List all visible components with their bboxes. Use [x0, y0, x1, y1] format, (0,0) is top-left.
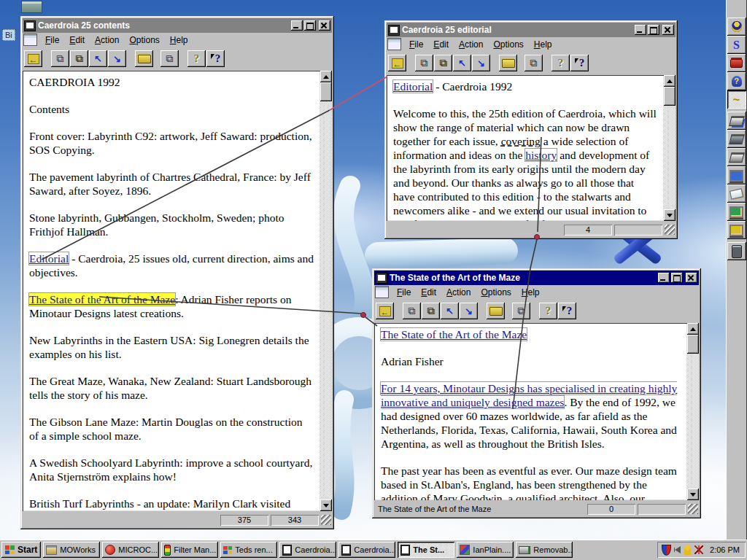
menu-help[interactable]: Help: [529, 39, 557, 50]
open-folder-button[interactable]: [135, 50, 153, 67]
link-jump-forward-button[interactable]: ↘: [460, 303, 478, 319]
link-jump-back-button[interactable]: ↖: [453, 55, 471, 71]
scroll-up-button[interactable]: [320, 71, 332, 82]
clock[interactable]: 2:06 PM: [707, 545, 740, 554]
menu-help[interactable]: Help: [165, 34, 193, 46]
scroll-track[interactable]: [320, 82, 332, 499]
agent-icon[interactable]: [684, 545, 691, 555]
vertical-scrollbar[interactable]: [320, 71, 332, 511]
copy-pages-button[interactable]: ⧉: [525, 55, 543, 71]
back-exit-button[interactable]: ←: [24, 50, 42, 67]
help-button[interactable]: ?: [187, 50, 206, 67]
toolbox-icon[interactable]: [727, 54, 746, 72]
back-exit-button[interactable]: ←: [376, 303, 394, 319]
menu-file[interactable]: File: [392, 287, 416, 298]
context-help-button[interactable]: ?: [570, 55, 589, 71]
taskbar-button-caerdroia-[interactable]: Caerdroia...: [338, 542, 395, 558]
helper-person-icon[interactable]: ?: [727, 72, 746, 90]
menu-help[interactable]: Help: [516, 287, 545, 298]
link-jump-forward-button[interactable]: ↘: [108, 50, 126, 67]
copy-document-button[interactable]: ⧉: [403, 303, 421, 319]
titlebar[interactable]: The State of the Art of the Maze: [374, 271, 699, 285]
hyperlink[interactable]: The State of the Art of the Maze: [381, 328, 527, 341]
taskbar-button-removab-[interactable]: Removab...: [516, 542, 573, 558]
hyperlink[interactable]: The State of the Art of the Maze: [29, 293, 175, 306]
scroll-track[interactable]: [687, 335, 699, 489]
maximize-button[interactable]: [648, 25, 659, 35]
menu-edit[interactable]: Edit: [428, 39, 454, 50]
copy-pages-button[interactable]: ⧉: [512, 303, 530, 319]
link-jump-forward-button[interactable]: ↘: [472, 55, 490, 71]
taskbar-button-filter-man-[interactable]: Filter Man...: [161, 542, 218, 558]
maximize-button[interactable]: [304, 20, 316, 31]
minimize-button[interactable]: [658, 273, 670, 283]
close-button[interactable]: [686, 273, 697, 283]
menu-file[interactable]: File: [404, 39, 428, 50]
help-button[interactable]: ?: [551, 55, 570, 71]
replace-document-button[interactable]: ⧉: [422, 303, 440, 319]
taskbar-button-the-st-[interactable]: The St...: [398, 542, 454, 558]
close-button[interactable]: [662, 25, 674, 35]
scroll-down-button[interactable]: [687, 489, 699, 500]
start-button[interactable]: Start: [1, 542, 41, 558]
titlebar[interactable]: Caerdroia 25 contents: [23, 18, 332, 33]
vertical-scrollbar[interactable]: [664, 75, 676, 221]
document-menu-icon[interactable]: [23, 34, 37, 46]
link-jump-back-button[interactable]: ↖: [441, 303, 459, 319]
document-menu-icon[interactable]: [375, 286, 389, 298]
maximize-button[interactable]: [671, 273, 683, 283]
copy-document-button[interactable]: ⧉: [415, 55, 433, 71]
open-folder-button[interactable]: [487, 303, 505, 319]
open-folder-button[interactable]: [499, 55, 517, 71]
menu-action[interactable]: Action: [441, 287, 476, 298]
scheduler-pinwheel-icon[interactable]: [694, 545, 703, 554]
cable-icon[interactable]: ~: [727, 90, 746, 109]
scroll-thumb[interactable]: [664, 87, 676, 106]
replace-document-button[interactable]: ⧉: [434, 55, 452, 71]
context-help-button[interactable]: ?: [558, 303, 576, 319]
pda-icon[interactable]: [727, 242, 746, 260]
taskbar-button-moworks[interactable]: MOWorks: [43, 542, 100, 558]
taskbar-button-microc-[interactable]: MICROC...: [102, 542, 159, 558]
copy-document-button[interactable]: ⧉: [51, 50, 69, 67]
document-menu-icon[interactable]: [387, 38, 401, 50]
menu-action[interactable]: Action: [454, 39, 488, 50]
vertical-scrollbar[interactable]: [687, 323, 699, 500]
laptop-save-icon[interactable]: [727, 148, 746, 166]
scroll-down-button[interactable]: [320, 499, 332, 511]
menu-edit[interactable]: Edit: [64, 34, 90, 46]
desktop-icon-label[interactable]: Bi: [2, 29, 15, 41]
context-help-button[interactable]: ?: [206, 50, 225, 67]
card-hand-icon[interactable]: [727, 184, 746, 203]
hyperlink[interactable]: Editorial: [29, 252, 69, 265]
resize-grip[interactable]: [665, 225, 675, 235]
replace-document-button[interactable]: ⧉: [70, 50, 88, 67]
link-jump-back-button[interactable]: ↖: [89, 50, 107, 67]
resize-grip[interactable]: [688, 504, 698, 514]
menu-options[interactable]: Options: [488, 39, 528, 50]
close-button[interactable]: [319, 20, 330, 31]
back-exit-button[interactable]: ←: [388, 55, 406, 71]
spring-icon[interactable]: S: [727, 36, 746, 54]
menu-edit[interactable]: Edit: [416, 287, 441, 298]
taskbar-button-ianplain-[interactable]: IanPlain....: [457, 542, 514, 558]
menu-file[interactable]: File: [40, 34, 64, 46]
scroll-up-button[interactable]: [664, 75, 676, 87]
titlebar[interactable]: Caerdroia 25 editorial: [387, 23, 676, 37]
taskbar-button-caerdroia-[interactable]: Caerdroia...: [279, 542, 336, 558]
scroll-down-button[interactable]: [664, 209, 676, 221]
monitor-blue-icon[interactable]: [727, 166, 746, 184]
hyperlink[interactable]: history: [525, 149, 557, 161]
volume-speaker-icon[interactable]: [675, 546, 681, 553]
scroll-thumb[interactable]: [320, 82, 332, 101]
minimize-button[interactable]: [291, 20, 303, 31]
taskbar-button-teds-ren-[interactable]: Teds ren...: [220, 542, 277, 558]
scroll-track[interactable]: [664, 87, 676, 209]
minimize-button[interactable]: [635, 25, 646, 35]
laptop-icon[interactable]: [727, 130, 746, 148]
menu-action[interactable]: Action: [90, 34, 124, 46]
menu-options[interactable]: Options: [124, 34, 164, 46]
copy-pages-button[interactable]: ⧉: [160, 50, 179, 67]
scroll-up-button[interactable]: [687, 323, 699, 335]
hyperlink[interactable]: Editorial: [393, 80, 433, 93]
